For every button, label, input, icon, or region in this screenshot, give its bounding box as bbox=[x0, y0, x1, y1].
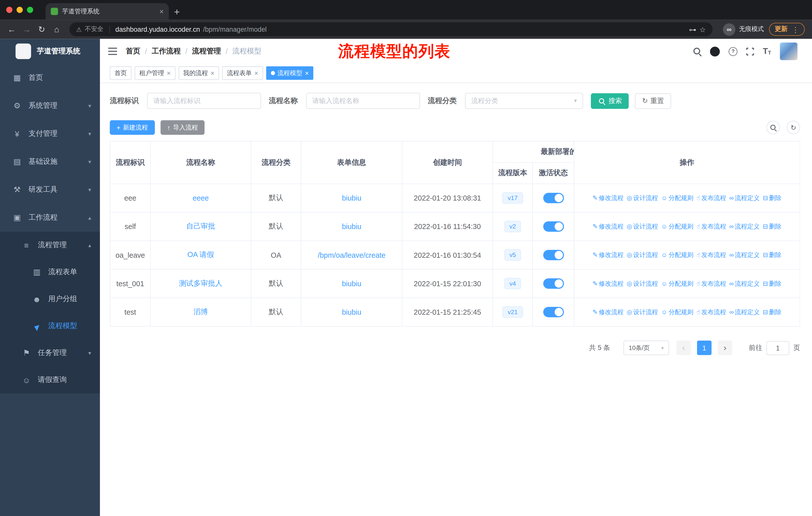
sidebar-collapse-icon[interactable] bbox=[108, 48, 117, 55]
design-process-link[interactable]: ◎设计流程 bbox=[627, 251, 658, 260]
address-bar[interactable]: ⚠ 不安全 dashboard.yudao.iocoder.cn/bpm/man… bbox=[69, 22, 713, 36]
process-definition-link[interactable]: ∞流程定义 bbox=[729, 194, 759, 202]
active-toggle[interactable] bbox=[543, 221, 563, 232]
form-info-link[interactable]: biubiu bbox=[342, 308, 361, 316]
user-avatar[interactable] bbox=[780, 43, 798, 60]
process-key-input[interactable] bbox=[147, 93, 261, 109]
key-icon[interactable]: ⊶ bbox=[689, 25, 696, 33]
version-badge[interactable]: v21 bbox=[502, 306, 523, 318]
breadcrumb-item[interactable]: 流程管理 bbox=[192, 47, 221, 56]
delete-link[interactable]: ⊟删除 bbox=[763, 194, 781, 202]
home-button[interactable]: ⌂ bbox=[49, 25, 64, 33]
version-badge[interactable]: v4 bbox=[504, 278, 521, 289]
tag-process-form[interactable]: 流程表单 × bbox=[222, 66, 263, 80]
delete-link[interactable]: ⊟删除 bbox=[763, 251, 781, 260]
design-process-link[interactable]: ◎设计流程 bbox=[627, 222, 658, 231]
assign-rule-link[interactable]: ☺分配规则 bbox=[661, 222, 693, 231]
font-size-icon[interactable]: TT bbox=[763, 47, 771, 55]
sidebar-item-process-model[interactable]: ▶ 流程模型 bbox=[0, 313, 100, 340]
search-button[interactable]: 搜索 bbox=[591, 93, 629, 109]
help-icon[interactable]: ? bbox=[729, 47, 737, 56]
breadcrumb-item[interactable]: 工作流程 bbox=[152, 47, 181, 56]
design-process-link[interactable]: ◎设计流程 bbox=[627, 308, 658, 317]
prev-page-button[interactable]: ‹ bbox=[676, 341, 691, 355]
process-name-link[interactable]: eeee bbox=[193, 194, 209, 202]
publish-process-link[interactable]: ☝发布流程 bbox=[696, 279, 726, 288]
breadcrumb-item[interactable]: 首页 bbox=[126, 47, 141, 56]
sidebar-item-system[interactable]: ⚙ 系统管理 ▾ bbox=[0, 92, 100, 120]
publish-process-link[interactable]: ☝发布流程 bbox=[696, 222, 726, 231]
modify-process-link[interactable]: ✎修改流程 bbox=[592, 251, 624, 260]
refresh-table-button[interactable]: ↻ bbox=[787, 121, 800, 134]
modify-process-link[interactable]: ✎修改流程 bbox=[592, 308, 624, 317]
active-toggle[interactable] bbox=[543, 250, 563, 260]
process-name-link[interactable]: 滔博 bbox=[193, 307, 208, 316]
github-icon[interactable] bbox=[710, 46, 720, 56]
import-process-button[interactable]: ↑ 导入流程 bbox=[160, 120, 205, 135]
goto-page-input[interactable] bbox=[766, 341, 789, 355]
tab-close-icon[interactable]: × bbox=[159, 8, 164, 15]
reload-button[interactable]: ↻ bbox=[34, 25, 49, 33]
modify-process-link[interactable]: ✎修改流程 bbox=[592, 194, 624, 202]
fullscreen-icon[interactable] bbox=[746, 47, 754, 55]
window-close-button[interactable] bbox=[6, 7, 12, 13]
assign-rule-link[interactable]: ☺分配规则 bbox=[661, 194, 693, 202]
process-definition-link[interactable]: ∞流程定义 bbox=[729, 251, 759, 260]
back-button[interactable]: ← bbox=[4, 25, 19, 33]
form-info-link[interactable]: biubiu bbox=[342, 222, 361, 231]
window-zoom-button[interactable] bbox=[27, 7, 33, 13]
close-icon[interactable]: × bbox=[305, 70, 309, 77]
process-name-input[interactable] bbox=[306, 93, 420, 109]
modify-process-link[interactable]: ✎修改流程 bbox=[592, 222, 624, 231]
window-minimize-button[interactable] bbox=[17, 7, 23, 13]
process-name-link[interactable]: 测试多审批人 bbox=[179, 279, 223, 287]
reset-button[interactable]: ↻ 重置 bbox=[635, 93, 671, 109]
search-icon[interactable] bbox=[693, 47, 701, 55]
design-process-link[interactable]: ◎设计流程 bbox=[627, 279, 658, 288]
tag-home[interactable]: 首页 bbox=[110, 66, 132, 80]
delete-link[interactable]: ⊟删除 bbox=[763, 222, 781, 231]
active-toggle[interactable] bbox=[543, 193, 563, 203]
active-toggle[interactable] bbox=[543, 307, 563, 317]
tag-my-process[interactable]: 我的流程 × bbox=[178, 66, 219, 80]
close-icon[interactable]: × bbox=[211, 70, 215, 77]
create-process-button[interactable]: + 新建流程 bbox=[110, 120, 154, 135]
version-badge[interactable]: v5 bbox=[504, 249, 521, 261]
form-info-link[interactable]: /bpm/oa/leave/create bbox=[318, 251, 385, 259]
tag-tenant-management[interactable]: 租户管理 × bbox=[135, 66, 175, 80]
sidebar-item-devtools[interactable]: ⚒ 研发工具 ▾ bbox=[0, 175, 100, 203]
update-button[interactable]: 更新 ⋮ bbox=[769, 23, 805, 36]
bookmark-star-icon[interactable]: ☆ bbox=[699, 25, 706, 33]
active-toggle[interactable] bbox=[543, 278, 563, 289]
sidebar-item-workflow[interactable]: ▣ 工作流程 ▴ bbox=[0, 204, 100, 232]
assign-rule-link[interactable]: ☺分配规则 bbox=[661, 251, 693, 260]
sidebar-item-process-management[interactable]: ≡ 流程管理 ▴ bbox=[0, 232, 100, 259]
sidebar-item-user-group[interactable]: ☻ 用户分组 bbox=[0, 286, 100, 313]
sidebar-item-home[interactable]: ▦ 首页 bbox=[0, 64, 100, 92]
publish-process-link[interactable]: ☝发布流程 bbox=[696, 194, 726, 202]
sidebar-item-infrastructure[interactable]: ▤ 基础设施 ▾ bbox=[0, 147, 100, 175]
process-definition-link[interactable]: ∞流程定义 bbox=[729, 279, 759, 288]
sidebar-item-leave-query[interactable]: ☺ 请假查询 bbox=[0, 366, 100, 393]
form-info-link[interactable]: biubiu bbox=[342, 279, 361, 288]
publish-process-link[interactable]: ☝发布流程 bbox=[696, 251, 726, 260]
forward-button[interactable]: → bbox=[19, 25, 34, 33]
process-definition-link[interactable]: ∞流程定义 bbox=[729, 222, 759, 231]
browser-tab[interactable]: 芋道管理系统 × bbox=[46, 3, 169, 20]
design-process-link[interactable]: ◎设计流程 bbox=[627, 194, 658, 202]
browser-menu-icon[interactable]: ⋮ bbox=[792, 26, 799, 33]
sidebar-item-task-management[interactable]: ⚑ 任务管理 ▾ bbox=[0, 340, 100, 366]
delete-link[interactable]: ⊟删除 bbox=[763, 308, 781, 317]
category-select[interactable]: 流程分类 ▾ bbox=[465, 93, 583, 109]
process-name-link[interactable]: OA 请假 bbox=[187, 250, 214, 259]
sidebar-item-payment[interactable]: ¥ 支付管理 ▾ bbox=[0, 120, 100, 147]
assign-rule-link[interactable]: ☺分配规则 bbox=[661, 279, 693, 288]
new-tab-button[interactable]: + bbox=[174, 7, 180, 17]
process-name-link[interactable]: 自己审批 bbox=[186, 222, 215, 230]
assign-rule-link[interactable]: ☺分配规则 bbox=[661, 308, 693, 317]
tag-process-model[interactable]: 流程模型 × bbox=[266, 66, 313, 80]
close-icon[interactable]: × bbox=[255, 70, 259, 77]
version-badge[interactable]: v2 bbox=[504, 221, 521, 232]
publish-process-link[interactable]: ☝发布流程 bbox=[696, 308, 726, 317]
process-definition-link[interactable]: ∞流程定义 bbox=[729, 308, 759, 317]
